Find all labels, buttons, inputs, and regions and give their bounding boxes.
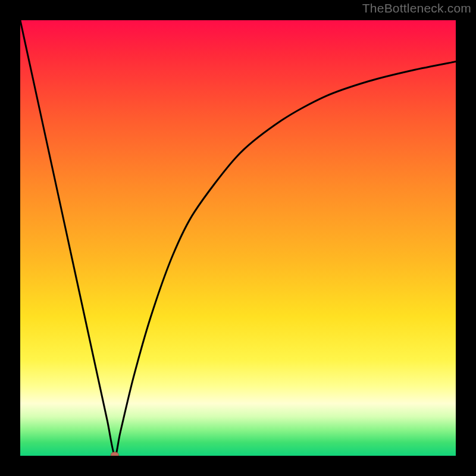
bottleneck-curve <box>20 20 456 456</box>
attribution-text: TheBottleneck.com <box>362 1 471 15</box>
plot-area <box>20 20 456 456</box>
chart-frame: TheBottleneck.com <box>0 0 476 476</box>
minimum-marker-icon <box>111 452 118 456</box>
curve-layer <box>20 20 456 456</box>
